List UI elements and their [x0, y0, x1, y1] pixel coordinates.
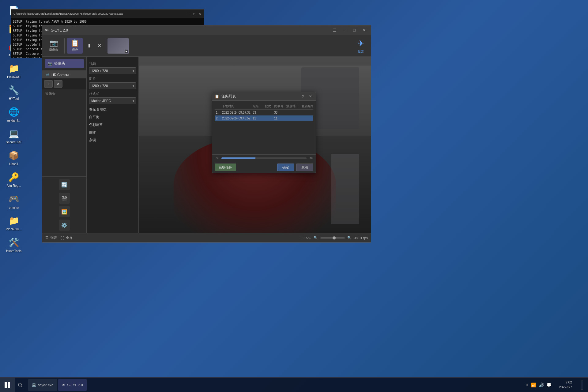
seye-menu-button[interactable]: ☰ — [330, 27, 339, 34]
desktop-icon-huamtools[interactable]: 🛠️ HuamTools — [2, 235, 26, 254]
cancel-button[interactable]: 取消 — [296, 164, 313, 171]
taskbar-system-icons: ⬆ 📶 🔊 💬 — [522, 383, 555, 387]
seye-bottombar: ☰ 列表 ⛶ 全屏 96.25% 🔍 🔍 38.91 fps — [42, 233, 371, 242]
desktop-icon-uboot-image: 📦 — [8, 149, 20, 161]
sidebar-hd-camera-item[interactable]: 📹 HD Camera — [42, 71, 86, 78]
confirm-button[interactable]: 确定 — [277, 164, 294, 171]
seye-minimize-button[interactable]: − — [340, 27, 349, 34]
row1-order: 33 — [274, 111, 286, 114]
format-select[interactable]: Motion JPEG YUY2 MJPEG — [89, 97, 136, 104]
submit-toolbar-button[interactable]: ✈ 提交 — [353, 36, 368, 55]
row2-port — [286, 117, 302, 120]
taskbar-up-icon[interactable]: ⬆ — [526, 383, 529, 387]
desktop-icon-huamtools-image: 🛠️ — [8, 236, 20, 248]
thumbnail-indicator: ▶ — [125, 50, 128, 53]
windows-logo-icon — [4, 382, 10, 388]
desktop-icon-uboot[interactable]: 📦 UbooT — [2, 148, 26, 167]
seye-close-button[interactable]: ✕ — [360, 27, 368, 34]
format-label: 格式式 — [89, 92, 136, 96]
taskbar-network-icon[interactable]: 📶 — [531, 383, 536, 387]
video-icon-button[interactable]: 🎬 — [59, 193, 70, 204]
camera-toolbar-button[interactable]: 📷 摄像头 — [45, 38, 62, 54]
seye-settings-panel: 视频 1280 x 720 1920 x 1080 640 x 480 图片 1… — [87, 57, 139, 233]
modal-close-button[interactable]: ✕ — [307, 94, 313, 99]
modal-body: 下发时间 组名 批次 提单号 满屏端口 直辅短号 1. — [212, 101, 316, 154]
desktop-icon-hytool[interactable]: 🔧 HYTool — [2, 83, 26, 102]
modal-title: 📋 任务列表 — [215, 94, 236, 99]
camera-select-button[interactable]: 📷 摄像头 — [45, 59, 84, 68]
modal-titlebar: 📋 任务列表 ? ✕ — [212, 92, 316, 101]
col-batch: 批次 — [265, 104, 274, 108]
seye-maximize-button[interactable]: □ — [350, 27, 359, 34]
modal-help-button[interactable]: ? — [300, 94, 306, 99]
color-section-title[interactable]: 色彩调整 — [89, 123, 136, 127]
desktop-icon-securecrt[interactable]: 💻 SecureCRT — [2, 126, 26, 145]
pause-ctrl-button[interactable]: ⏸ — [44, 80, 53, 88]
camera-toolbar-label: 摄像头 — [49, 47, 58, 52]
resolution-select[interactable]: 1280 x 720 1920 x 1080 640 x 480 — [89, 67, 136, 74]
cmd-maximize-button[interactable]: □ — [192, 12, 196, 16]
row2-index: 2. — [216, 117, 222, 120]
taskbar-notification-icon[interactable]: 💬 — [546, 383, 552, 387]
sidebar-camera-icon: 📹 — [45, 73, 50, 77]
exposure-section-title[interactable]: 曝光 & 增益 — [89, 107, 136, 112]
refresh-icon-button[interactable]: 🔄 — [59, 179, 70, 190]
svg-point-4 — [18, 383, 21, 386]
stop-ctrl-button[interactable]: ✕ — [54, 80, 62, 88]
white-balance-section-title[interactable]: 白平衡 — [89, 115, 136, 119]
other-section-title[interactable]: 杂项 — [89, 138, 136, 142]
taskbar: 💻 seye2.exe 👁 S-EYE 2.0 ⬆ 📶 🔊 💬 9:02 202… — [0, 377, 588, 392]
photo-select-wrapper: 1280 x 720 1920 x 1080 640 x 480 — [89, 82, 136, 89]
desktop-icon-aitu-label: Aitu Reg... — [7, 184, 21, 188]
show-desktop-button[interactable] — [576, 378, 588, 392]
taskbar-volume-icon[interactable]: 🔊 — [539, 383, 544, 387]
desktop-icon-aitu[interactable]: 🔑 Aitu Reg... — [2, 170, 26, 189]
settings-icon-button[interactable]: ⚙️ — [59, 220, 70, 231]
sidebar-image-label: 摄像头 — [42, 89, 86, 98]
photo-select[interactable]: 1280 x 720 1920 x 1080 640 x 480 — [89, 82, 136, 89]
modal-table-row-1[interactable]: 1. 2022-02-24 09:57:32 33 33 — [215, 110, 313, 115]
desktop-icon-netdaml[interactable]: 🌐 netdaml... — [2, 104, 26, 124]
rotate-section-title[interactable]: 翻转 — [89, 130, 136, 135]
zoom-slider-thumb — [333, 236, 336, 239]
svg-rect-3 — [8, 385, 10, 388]
modal-confirm-cancel-group: 确定 取消 — [277, 164, 313, 171]
seye-taskbar-icon: 👁 — [62, 383, 65, 387]
taskbar-item-cmd[interactable]: 💻 seye2.exe — [28, 379, 57, 391]
desktop-icon-folder2-image: 📁 — [8, 214, 20, 227]
row2-shortno — [302, 117, 317, 120]
zoom-percent-label: 96.25% — [300, 236, 311, 240]
desktop-icon-umaiku[interactable]: 🎮 umaiku — [2, 191, 26, 211]
stop-button[interactable]: ✕ — [95, 41, 104, 51]
modal-table-spacer — [215, 121, 313, 152]
photo-icon-button[interactable]: 🖼️ — [59, 206, 70, 217]
desktop-icon-folder2[interactable]: 📁 PIc763xU... — [2, 213, 26, 232]
photo-label: 图片 — [89, 77, 136, 81]
seye-main-view: 📋 任务列表 ? ✕ — [139, 57, 371, 233]
svg-rect-2 — [5, 385, 7, 388]
bottombar-right: 96.25% 🔍 🔍 38.91 fps — [300, 236, 368, 240]
task-toolbar-button[interactable]: 📋 任务 — [67, 38, 83, 54]
seye-icon: 👁 — [45, 28, 49, 33]
cmd-close-button[interactable]: ✕ — [198, 12, 202, 16]
start-button[interactable] — [0, 378, 15, 392]
sidebar-bottom-icons: 🔄 🎬 🖼️ ⚙️ — [42, 176, 86, 233]
desktop-icon-uboot-label: UbooT — [9, 162, 18, 166]
seye-title: S-EYE 2.0 — [51, 28, 68, 32]
modal-table-row-2[interactable]: 2. 2022-02-24 09:43:52 11 11 — [215, 115, 313, 121]
desktop-icon-securecrt-label: SecureCRT — [6, 141, 22, 144]
svg-rect-1 — [8, 382, 10, 385]
format-select-wrapper: Motion JPEG YUY2 MJPEG — [89, 97, 136, 104]
seye-toolbar: 📷 摄像头 📋 任务 ⏸ ✕ ▶ ✈ 提 — [42, 35, 371, 57]
taskbar-search-button[interactable] — [15, 378, 26, 392]
zoom-slider[interactable] — [320, 237, 345, 239]
fetch-task-button[interactable]: 获取任务 — [215, 164, 236, 171]
desktop-icon-folder[interactable]: 📁 PIc763xU — [2, 61, 26, 80]
taskbar-clock[interactable]: 9:02 2022/3/7 — [555, 380, 576, 390]
cmd-minimize-button[interactable]: − — [187, 12, 190, 16]
pause-button[interactable]: ⏸ — [84, 41, 94, 51]
camera-icon: 📷 — [48, 62, 52, 66]
zoom-out-icon: 🔍 — [314, 236, 318, 240]
fullscreen-icon: ⛶ — [61, 236, 64, 240]
taskbar-item-seye[interactable]: 👁 S-EYE 2.0 — [58, 379, 86, 391]
